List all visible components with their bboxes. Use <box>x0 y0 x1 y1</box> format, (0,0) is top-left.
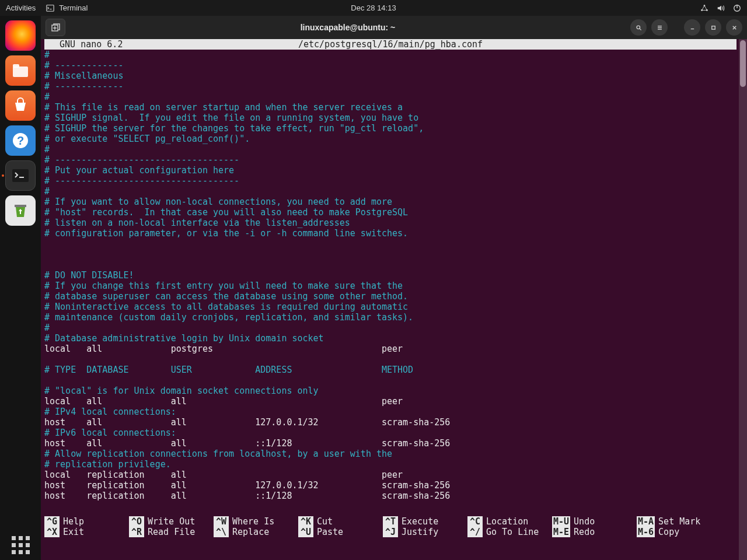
nano-shortcut: ^WWhere Is <box>214 516 298 527</box>
terminal-body[interactable]: GNU nano 6.2/etc/postgresql/16/main/pg_h… <box>41 39 747 560</box>
editor-line: # database superuser can access the data… <box>44 291 736 302</box>
dock-software[interactable] <box>5 90 36 121</box>
nano-shortcuts-row-2: ^XExit^RRead File^\Replace^UPaste^JJusti… <box>44 527 736 537</box>
svg-rect-19 <box>711 26 715 29</box>
minimize-button[interactable] <box>684 19 700 36</box>
editor-line: # Allow replication connections from loc… <box>44 449 736 459</box>
nano-shortcut: ^JJustify <box>383 527 467 537</box>
close-button[interactable] <box>726 19 742 36</box>
editor-line: # TYPE DATABASE USER ADDRESS METHOD <box>44 365 736 375</box>
search-button[interactable] <box>630 19 647 36</box>
editor-line: # replication privilege. <box>44 459 736 470</box>
editor-line: # ------------- <box>44 81 736 92</box>
maximize-button[interactable] <box>705 19 721 36</box>
nano-title-bar: GNU nano 6.2/etc/postgresql/16/main/pg_h… <box>44 39 736 50</box>
nano-shortcut: ^UPaste <box>298 527 383 537</box>
nano-shortcut: M-6Copy <box>637 527 721 537</box>
svg-rect-6 <box>13 66 28 77</box>
editor-line <box>44 354 736 365</box>
editor-line <box>44 260 736 270</box>
nano-shortcut: ^OWrite Out <box>129 516 214 527</box>
editor-line: # Miscellaneous <box>44 71 736 81</box>
scrollbar[interactable] <box>739 39 747 560</box>
hamburger-menu[interactable] <box>651 19 668 36</box>
editor-line <box>44 249 736 260</box>
editor-line: # <box>44 323 736 333</box>
editor-line: # ------------- <box>44 60 736 71</box>
svg-point-13 <box>637 26 640 29</box>
editor-line: # "host" records. In that case you will … <box>44 207 736 218</box>
editor-line: # configuration parameter, or via the -i… <box>44 228 736 239</box>
nano-shortcut: M-ERedo <box>552 527 637 537</box>
editor-line: # If you change this first entry you wil… <box>44 281 736 291</box>
svg-text:?: ? <box>17 134 24 147</box>
volume-icon <box>717 4 725 12</box>
scrollbar-thumb[interactable] <box>740 40 746 87</box>
editor-line: local all postgres peer <box>44 344 736 354</box>
terminal-icon <box>46 4 54 12</box>
editor-line: host all all ::1/128 scram-sha-256 <box>44 438 736 449</box>
editor-line: # <box>44 50 736 60</box>
nano-shortcuts-row-1: ^GHelp^OWrite Out^WWhere Is^KCut^TExecut… <box>44 516 736 527</box>
dock-firefox[interactable] <box>5 20 36 51</box>
activities-button[interactable]: Activities <box>6 4 36 12</box>
terminal-window: linuxcapable@ubuntu: ~ GNU nano 6.2/etc/… <box>41 16 747 560</box>
window-title: linuxcapable@ubuntu: ~ <box>70 23 626 32</box>
show-applications[interactable] <box>12 536 30 554</box>
svg-rect-10 <box>12 169 29 182</box>
nano-shortcut: ^CLocation <box>467 516 552 527</box>
gnome-top-panel: Activities Terminal Dec 28 14:13 <box>0 0 747 16</box>
new-tab-button[interactable] <box>46 19 65 36</box>
nano-shortcut: ^TExecute <box>383 516 467 527</box>
editor-line: # This file is read on server startup an… <box>44 102 736 113</box>
editor-line: host replication all ::1/128 scram-sha-2… <box>44 491 736 501</box>
nano-shortcut: ^GHelp <box>44 516 129 527</box>
editor-line: # ----------------------------------- <box>44 176 736 186</box>
nano-shortcut: ^XExit <box>44 527 129 537</box>
gnome-dock: ? <box>0 16 41 560</box>
editor-line: # If you want to allow non-local connect… <box>44 197 736 207</box>
svg-rect-7 <box>13 64 19 68</box>
clock[interactable]: Dec 28 14:13 <box>351 4 396 12</box>
app-menu-label: Terminal <box>59 4 88 12</box>
svg-rect-0 <box>47 5 54 11</box>
editor-line: # ----------------------------------- <box>44 155 736 165</box>
svg-rect-11 <box>15 205 26 207</box>
editor-line: local all all peer <box>44 396 736 407</box>
power-icon <box>733 4 741 12</box>
editor-line: # <box>44 92 736 102</box>
editor-line: # SIGHUP the server for the changes to t… <box>44 123 736 134</box>
editor-line: # Noninteractive access to all databases… <box>44 302 736 312</box>
editor-line: # maintenance (custom daily cronjobs, re… <box>44 312 736 323</box>
editor-line: # Database administrative login by Unix … <box>44 333 736 344</box>
dock-terminal[interactable] <box>5 160 36 191</box>
editor-line: # <box>44 186 736 197</box>
editor-line: # or execute "SELECT pg_reload_conf()". <box>44 134 736 144</box>
editor-line: # IPv6 local connections: <box>44 428 736 438</box>
system-status-area[interactable] <box>700 4 741 12</box>
editor-line: local replication all peer <box>44 470 736 480</box>
window-titlebar: linuxcapable@ubuntu: ~ <box>41 16 747 39</box>
editor-line: # "local" is for Unix domain socket conn… <box>44 386 736 396</box>
editor-line <box>44 375 736 386</box>
svg-line-14 <box>639 28 641 30</box>
nano-shortcut: ^KCut <box>298 516 383 527</box>
nano-shortcut: ^RRead File <box>129 527 214 537</box>
app-menu[interactable]: Terminal <box>46 4 88 12</box>
dock-trash[interactable] <box>5 195 36 226</box>
nano-shortcut: ^\Replace <box>214 527 298 537</box>
nano-shortcut: M-UUndo <box>552 516 637 527</box>
dock-help[interactable]: ? <box>5 125 36 156</box>
nano-shortcut: ^/Go To Line <box>467 527 552 537</box>
editor-line: host replication all 127.0.0.1/32 scram-… <box>44 480 736 491</box>
editor-line: # <box>44 144 736 155</box>
nano-shortcut: M-ASet Mark <box>637 516 721 527</box>
editor-line: # listen on a non-local interface via th… <box>44 218 736 228</box>
editor-line <box>44 239 736 249</box>
editor-line: # IPv4 local connections: <box>44 407 736 417</box>
editor-line: # DO NOT DISABLE! <box>44 270 736 281</box>
editor-line: # SIGHUP signal. If you edit the file on… <box>44 113 736 123</box>
dock-files[interactable] <box>5 55 36 86</box>
editor-line: # Put your actual configuration here <box>44 165 736 176</box>
editor-line: host all all 127.0.0.1/32 scram-sha-256 <box>44 417 736 428</box>
